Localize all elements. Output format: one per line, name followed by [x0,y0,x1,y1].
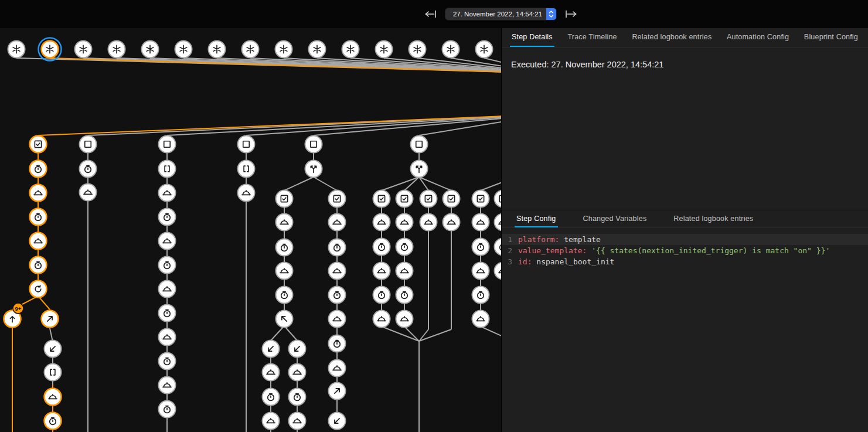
trace-node-brackets[interactable] [45,364,62,381]
trace-node-dome[interactable] [238,185,255,202]
trace-node-arrow-sw[interactable] [289,341,306,358]
trace-node-asterisk[interactable] [242,41,259,58]
trace-run-selector[interactable]: 27. November 2022, 14:54:21 [445,8,557,21]
trace-node-dome[interactable] [495,263,502,280]
trace-node-asterisk[interactable] [175,41,192,58]
trace-node-asterisk[interactable] [75,41,92,58]
tab-blueprint-config[interactable]: Blueprint Config [802,28,860,47]
tab-trace-timeline[interactable]: Trace Timeline [566,28,618,47]
tab-changed-variables[interactable]: Changed Variables [581,210,649,227]
trace-node-dome[interactable] [30,185,47,202]
trace-node-brackets[interactable] [238,161,255,178]
trace-node-arrow-sw[interactable] [263,341,280,358]
tab-automation-config[interactable]: Automation Config [725,28,791,47]
trace-node-dome[interactable] [159,185,176,202]
trace-node-check-square[interactable] [420,191,437,208]
trace-node-dome[interactable] [472,311,489,328]
trace-node-timer[interactable] [329,335,346,352]
trace-node-dome[interactable] [329,311,346,328]
trace-node-asterisk[interactable] [309,41,326,58]
trace-node-check-square[interactable] [495,191,502,208]
trace-node-dome[interactable] [443,214,460,231]
trace-node-timer[interactable] [396,239,413,256]
trace-node-dome[interactable] [472,263,489,280]
trace-node-timer[interactable] [373,287,390,304]
trace-node-dome[interactable] [159,329,176,346]
trace-node-dome[interactable] [373,263,390,280]
trace-node-timer[interactable] [276,239,293,256]
trace-node-dome[interactable] [30,233,47,250]
trace-node-dome[interactable] [396,263,413,280]
trace-node-timer[interactable] [30,257,47,274]
trace-node-square[interactable] [238,136,255,153]
trace-node-asterisk[interactable] [476,41,493,58]
trace-node-check-square[interactable] [443,191,460,208]
trace-node-check-square[interactable] [472,191,489,208]
trace-node-timer[interactable] [159,257,176,274]
trace-node-asterisk[interactable] [409,41,426,58]
trace-node-arrow-sw[interactable] [329,413,346,430]
trace-node-repeat[interactable] [30,281,47,298]
trace-node-asterisk[interactable] [142,41,159,58]
code-line[interactable]: 3id: nspanel_boot_init [502,256,868,267]
trace-node-split[interactable] [305,161,322,178]
trace-node-asterisk[interactable] [108,41,125,58]
trace-node-dome[interactable] [329,263,346,280]
code-line[interactable]: 1platform: template [502,234,868,245]
trace-node-asterisk[interactable] [342,41,359,58]
trace-node-timer[interactable] [329,239,346,256]
trace-node-arrow-sw[interactable] [45,341,62,358]
tab-step-details[interactable]: Step Details [510,28,554,47]
trace-node-dome[interactable] [289,364,306,381]
trace-node-check-square[interactable] [276,191,293,208]
trace-node-dome[interactable] [396,311,413,328]
trace-node-dome[interactable] [396,214,413,231]
trace-node-timer[interactable] [289,389,306,406]
trace-node-dome[interactable] [373,311,390,328]
trace-node-asterisk[interactable] [275,41,292,58]
trace-node-timer[interactable] [30,161,47,178]
trace-node-square[interactable] [305,136,322,153]
tab-step-config[interactable]: Step Config [515,210,558,227]
trace-node-timer[interactable] [159,209,176,226]
trace-node-timer[interactable] [373,239,390,256]
trace-node-arrow-ne[interactable] [42,311,59,328]
trace-node-asterisk[interactable] [209,41,226,58]
trace-node-dome[interactable] [159,281,176,298]
trace-node-square[interactable] [411,136,428,153]
trace-node-check-square[interactable] [30,136,47,153]
tab-related-logbook-entries[interactable]: Related logbook entries [630,28,713,47]
trace-node-dome[interactable] [80,184,97,201]
trace-node-timer[interactable] [276,287,293,304]
trace-node-arrow-nw[interactable] [276,311,293,328]
trace-node-timer[interactable] [495,239,502,256]
trace-node-check-square[interactable] [396,191,413,208]
trace-node-square[interactable] [80,136,97,153]
trace-node-timer[interactable] [396,287,413,304]
trace-node-dome[interactable] [263,364,280,381]
trace-node-timer[interactable] [159,401,176,418]
trace-node-dome[interactable] [373,214,390,231]
trace-node-timer[interactable] [329,287,346,304]
trace-node-square[interactable] [159,136,176,153]
trace-node-timer[interactable] [159,353,176,370]
trace-node-dome[interactable] [289,413,306,430]
trace-node-timer[interactable] [472,287,489,304]
code-line[interactable]: 2value_template: '{{ states(nextion_init… [502,245,868,256]
trace-node-dome[interactable] [45,389,62,406]
trace-node-check-square[interactable] [329,191,346,208]
trace-node-asterisk[interactable] [442,41,459,58]
tab-config-related-logbook-entries[interactable]: Related logbook entries [672,210,755,227]
previous-trace-button[interactable] [424,8,437,20]
trace-node-dome[interactable] [329,360,346,377]
trace-node-dome[interactable] [263,413,280,430]
trace-node-dome[interactable] [276,214,293,231]
trace-node-asterisk[interactable] [8,41,25,58]
trace-node-timer[interactable] [263,389,280,406]
trace-node-timer[interactable] [80,161,97,178]
trace-node-brackets[interactable] [159,161,176,178]
trace-node-check-square[interactable] [373,191,390,208]
trace-node-dome[interactable] [329,214,346,231]
trace-node-timer[interactable] [30,209,47,226]
trace-node-dome[interactable] [472,214,489,231]
